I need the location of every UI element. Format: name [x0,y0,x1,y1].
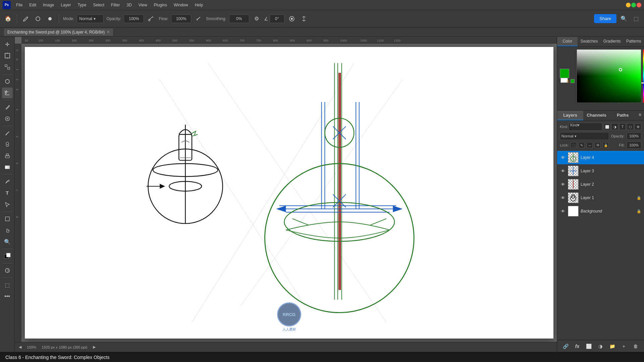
artboard-tool[interactable] [2,50,13,61]
background-visibility[interactable]: 👁 [560,208,566,214]
tab-paths[interactable]: Paths [610,111,636,120]
type-filter-icon[interactable]: T [619,123,626,130]
kind-dropdown[interactable]: Kind▾ [569,123,602,131]
status-nav-right[interactable]: ▶ [93,345,96,349]
eyedropper-tool[interactable] [2,102,13,113]
doc-close-button[interactable]: ✕ [107,30,110,34]
opacity-input[interactable] [627,132,641,140]
screen-mode[interactable]: ⬚ [2,280,13,290]
menu-window[interactable]: Window [171,1,191,9]
layer-4-visibility[interactable]: 👁 [560,155,566,161]
transform-tool[interactable] [2,62,13,72]
mode-dropdown[interactable]: Normal ▾ [77,14,104,23]
layer-item-3[interactable]: 👁 Layer 3 [557,164,644,178]
canvas[interactable]: RRCG 人人素材 [25,47,553,339]
tab-gradients[interactable]: Gradients [601,37,624,46]
shape-filter-icon[interactable]: ⬡ [627,123,634,130]
more-tools[interactable]: ••• [2,291,13,302]
menu-plugins[interactable]: Plugins [151,1,170,9]
pixel-filter-icon[interactable]: ⬜ [604,123,610,130]
eraser-tool[interactable] [2,150,13,161]
lock-position-icon[interactable]: ✎ [579,142,585,148]
close-button[interactable] [637,3,641,7]
menu-filter[interactable]: Filter [108,1,123,9]
add-mask-button[interactable]: ⬜ [585,343,593,350]
text-tool[interactable]: T [2,188,13,198]
status-nav-left[interactable]: ◀ [19,345,21,349]
menu-image[interactable]: Image [40,1,57,9]
adjustment-layer-button[interactable]: ◑ [597,343,604,350]
hue-slider[interactable] [643,49,644,103]
layer-item-2[interactable]: 👁 Layer 2 [557,178,644,191]
foreground-color[interactable] [2,251,13,261]
flow-input[interactable] [171,14,191,23]
fill-input[interactable] [627,141,641,149]
layer-2-visibility[interactable]: 👁 [560,181,566,187]
panel-options-button[interactable]: ≡ [636,111,644,120]
brush-size-icon[interactable] [33,14,43,23]
quick-mask-mode[interactable] [2,265,13,276]
blend-mode-dropdown[interactable]: Normal ▾ [560,132,609,140]
tab-color[interactable]: Color [557,37,578,46]
maximize-button[interactable] [631,3,636,7]
delete-layer-button[interactable]: 🗑 [632,343,639,350]
link-layers-button[interactable]: 🔗 [562,343,569,350]
brush-hardness-icon[interactable] [45,14,55,23]
flow-icon[interactable] [194,14,203,23]
menu-type[interactable]: Type [75,1,89,9]
gradient-area[interactable] [577,49,641,103]
lock-pixels-icon[interactable]: ⬚ [571,142,577,148]
pressure-icon[interactable] [287,14,297,23]
menu-help[interactable]: Help [192,1,206,9]
doc-tab-item[interactable]: Enchanting the Sword.psd @ 100% (Layer 4… [4,28,113,36]
menu-file[interactable]: File [13,1,25,9]
fx-button[interactable]: fx [574,343,581,350]
drawing-canvas[interactable] [25,47,553,339]
symmetry-icon[interactable] [299,14,309,23]
crop-tool[interactable] [2,87,13,98]
lock-move-icon[interactable]: ↔ [587,142,593,148]
layer-item-4[interactable]: 👁 Layer 4 [557,151,644,164]
layer-1-visibility[interactable]: 👁 [560,195,566,201]
menu-view[interactable]: View [136,1,150,9]
new-layer-button[interactable]: + [620,343,628,350]
workspace-button[interactable]: ⬚ [631,14,641,23]
menu-select[interactable]: Select [90,1,107,9]
smoothing-input[interactable] [229,14,249,23]
search-button[interactable]: 🔍 [619,14,629,23]
foreground-color-swatch[interactable] [560,69,569,78]
color-gradient-picker[interactable] [577,49,641,103]
brush-tool-icon[interactable] [21,14,31,23]
smartobj-filter-icon[interactable]: ⚙ [635,123,641,130]
adjustment-filter-icon[interactable]: ◑ [611,123,618,130]
angle-input[interactable] [270,14,284,23]
menu-3d[interactable]: 3D [124,1,134,9]
menu-edit[interactable]: Edit [26,1,39,9]
gradient-tool[interactable] [2,162,13,173]
tab-patterns[interactable]: Patterns [624,37,644,46]
opacity-input[interactable] [124,14,144,23]
minimize-button[interactable] [626,3,631,7]
opacity-brush-icon[interactable] [147,14,156,23]
tab-swatches[interactable]: Swatches [578,37,600,46]
path-selection-tool[interactable] [2,199,13,210]
share-button[interactable]: Share [594,14,616,23]
settings-icon[interactable]: ⚙ [252,14,261,23]
lock-all-icon[interactable]: 🔒 [603,142,609,148]
tab-layers[interactable]: Layers [557,111,583,120]
tool-home[interactable]: 🏠 [3,14,13,23]
brush-tool[interactable] [2,128,13,138]
layer-item-background[interactable]: 👁 Background 🔒 [557,204,644,218]
tab-channels[interactable]: Channels [583,111,609,120]
lasso-tool[interactable] [2,76,13,87]
layer-item-1[interactable]: 👁 Layer 1 🔒 [557,191,644,204]
pen-tool[interactable] [2,176,13,187]
clone-stamp-tool[interactable] [2,139,13,150]
move-tool[interactable]: ✛ [2,39,13,50]
layer-3-visibility[interactable]: 👁 [560,168,566,174]
zoom-tool[interactable]: 🔍 [2,236,13,247]
healing-tool[interactable] [2,113,13,124]
new-group-button[interactable]: 📁 [608,343,616,350]
menu-layer[interactable]: Layer [58,1,73,9]
shape-tool[interactable] [2,214,13,224]
